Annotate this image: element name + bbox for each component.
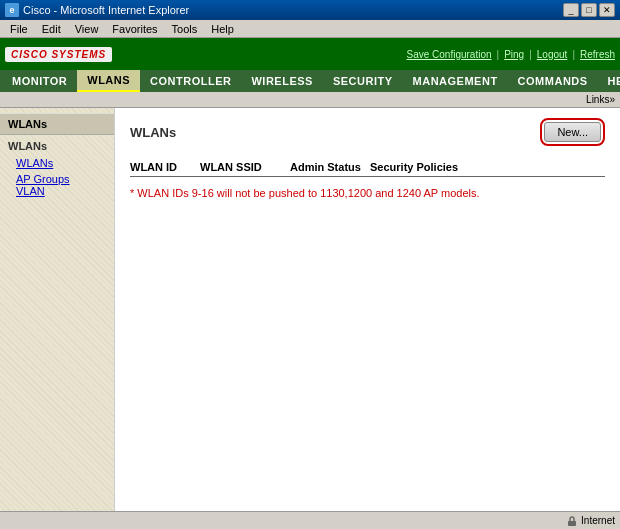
col-header-security-policies: Security Policies [370, 161, 605, 173]
nav-wireless[interactable]: WIRELESS [241, 70, 322, 92]
menu-view[interactable]: View [69, 22, 105, 36]
sidebar-item-ap-groups[interactable]: AP Groups VLAN [0, 171, 114, 199]
lock-icon [566, 515, 578, 527]
nav-help[interactable]: HELP [598, 70, 620, 92]
new-button[interactable]: New... [544, 122, 601, 142]
logout-link[interactable]: Logout [537, 49, 568, 60]
ping-link[interactable]: Ping [504, 49, 524, 60]
app-icon: e [5, 3, 19, 17]
cisco-logo: CISCO SYSTEMS [5, 47, 112, 62]
nav-security[interactable]: SECURITY [323, 70, 403, 92]
table-header: WLAN ID WLAN SSID Admin Status Security … [130, 158, 605, 177]
save-configuration-link[interactable]: Save Configuration [406, 49, 491, 60]
col-header-wlan-id: WLAN ID [130, 161, 200, 173]
window-controls: _ □ ✕ [563, 3, 615, 17]
window-title: Cisco - Microsoft Internet Explorer [23, 4, 189, 16]
nav-controller[interactable]: CONTROLLER [140, 70, 241, 92]
nav-management[interactable]: MANAGEMENT [403, 70, 508, 92]
statusbar-zone: Internet [566, 515, 615, 527]
titlebar-left: e Cisco - Microsoft Internet Explorer [5, 3, 189, 17]
main-layout: WLANs WLANs WLANs AP Groups VLAN WLANs N… [0, 108, 620, 511]
col-header-admin-status: Admin Status [290, 161, 370, 173]
maximize-button[interactable]: □ [581, 3, 597, 17]
top-banner-actions: Save Configuration | Ping | Logout | Ref… [406, 49, 615, 60]
nav-monitor[interactable]: MONITOR [2, 70, 77, 92]
menubar: File Edit View Favorites Tools Help [0, 20, 620, 38]
menu-tools[interactable]: Tools [166, 22, 204, 36]
links-label: Links [586, 94, 609, 105]
sidebar-header: WLANs [0, 113, 114, 135]
svg-rect-0 [568, 521, 576, 526]
content-header: WLANs New... [130, 118, 605, 146]
window-titlebar: e Cisco - Microsoft Internet Explorer _ … [0, 0, 620, 20]
sidebar-section-wlans: WLANs [0, 137, 114, 155]
menu-favorites[interactable]: Favorites [106, 22, 163, 36]
statusbar: Internet [0, 511, 620, 529]
menu-help[interactable]: Help [205, 22, 240, 36]
minimize-button[interactable]: _ [563, 3, 579, 17]
col-header-ssid: WLAN SSID [200, 161, 290, 173]
nav-wlans[interactable]: WLANs [77, 70, 140, 92]
zone-label: Internet [581, 515, 615, 526]
top-banner: CISCO SYSTEMS Save Configuration | Ping … [0, 38, 620, 70]
close-button[interactable]: ✕ [599, 3, 615, 17]
refresh-link[interactable]: Refresh [580, 49, 615, 60]
menu-file[interactable]: File [4, 22, 34, 36]
nav-commands[interactable]: COMMands [508, 70, 598, 92]
links-bar: Links » [0, 92, 620, 108]
warning-message: * WLAN IDs 9-16 will not be pushed to 11… [130, 187, 605, 199]
menu-edit[interactable]: Edit [36, 22, 67, 36]
new-button-container: New... [540, 118, 605, 146]
links-chevron: » [609, 94, 615, 105]
content-area: WLANs New... WLAN ID WLAN SSID Admin Sta… [115, 108, 620, 511]
page-title: WLANs [130, 125, 176, 140]
sidebar-item-wlans[interactable]: WLANs [0, 155, 114, 171]
navbar: MONITOR WLANs CONTROLLER WIRELESS SECURI… [0, 70, 620, 92]
sidebar: WLANs WLANs WLANs AP Groups VLAN [0, 108, 115, 511]
